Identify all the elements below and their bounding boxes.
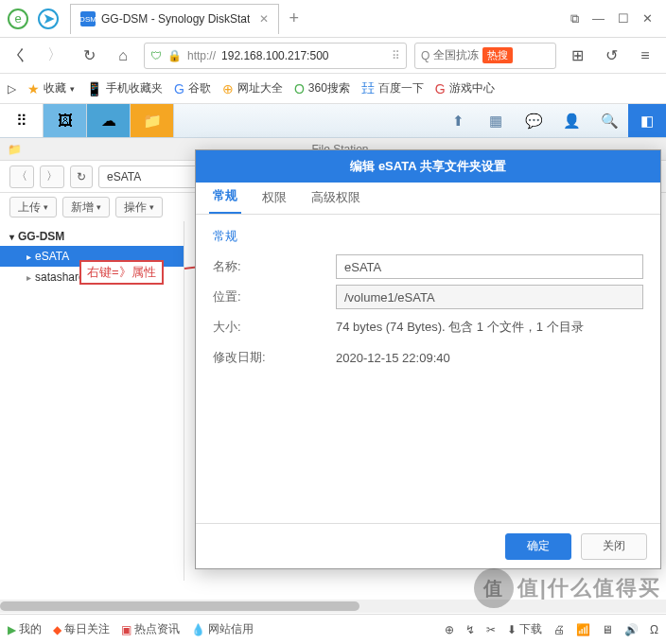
search-box[interactable]: Q 全国抗冻 热搜 (414, 43, 556, 69)
status-icon4[interactable]: 🖨 (553, 623, 565, 636)
nav-refresh-button[interactable]: ↻ (70, 165, 93, 188)
nav-forward-button[interactable]: 〉 (40, 165, 64, 188)
section-header: 常规 (213, 228, 643, 245)
status-news[interactable]: ▣热点资讯 (121, 621, 180, 637)
dsm-search-icon[interactable]: 🔍 (590, 104, 628, 137)
dialog-buttons: 确定 关闭 (196, 523, 660, 568)
search-icon: Q (421, 49, 429, 62)
tab-general[interactable]: 常规 (209, 180, 241, 214)
tab-close-icon[interactable]: ✕ (259, 12, 269, 26)
compass-icon[interactable]: ➤ (38, 9, 59, 29)
bookmark-360[interactable]: O360搜索 (294, 80, 350, 96)
window-restore-icon[interactable]: ⧉ (570, 11, 579, 26)
status-icon3[interactable]: ✂ (486, 623, 496, 636)
home-button[interactable]: ⌂ (110, 43, 136, 69)
dsm-cloud-icon[interactable]: ☁ (87, 104, 131, 137)
size-value: 74 bytes (74 Bytes). 包含 1 个文件，1 个目录 (336, 319, 643, 336)
dialog-tabs: 常规 权限 高级权限 (196, 183, 660, 215)
browser-tab[interactable]: DSM GG-DSM - Synology DiskStat ✕ (70, 4, 279, 34)
reload-button[interactable]: ↻ (76, 43, 102, 69)
url-text: 192.168.100.217:500 (221, 49, 328, 62)
menu-icon[interactable]: ≡ (632, 43, 658, 69)
dsm-filestation-icon[interactable]: 📁 (131, 104, 174, 137)
dsm-pin-icon[interactable]: ◧ (628, 104, 666, 137)
dsm-widget-icon[interactable]: ▦ (477, 104, 515, 137)
create-button[interactable]: 新增▾ (62, 197, 110, 218)
bookmark-favorites[interactable]: ★收藏▾ (27, 80, 75, 96)
name-input[interactable]: eSATA (336, 254, 643, 279)
window-maximize-icon[interactable]: ☐ (618, 11, 629, 26)
location-input[interactable]: /volume1/eSATA (336, 285, 643, 309)
folder-icon: 📁 (8, 143, 22, 156)
new-tab-button[interactable]: + (289, 9, 299, 28)
status-daily[interactable]: ◆每日关注 (53, 621, 110, 637)
forward-button[interactable]: 〉 (42, 43, 68, 69)
tab-advanced-permission[interactable]: 高级权限 (307, 182, 364, 214)
bookmark-google[interactable]: G谷歌 (174, 80, 211, 96)
window-close-icon[interactable]: ✕ (642, 11, 653, 26)
dsm-upload-icon[interactable]: ⬆ (439, 104, 477, 137)
tree-root[interactable]: ▾GG-DSM (0, 227, 184, 246)
status-zoom[interactable]: Ω (650, 623, 658, 636)
status-icon2[interactable]: ↯ (465, 623, 475, 636)
tab-favicon: DSM (80, 11, 96, 26)
lock-icon: 🔒 (167, 49, 182, 62)
url-input[interactable]: 🛡 🔒 http://192.168.100.217:500 ⠿ (144, 43, 407, 69)
ok-button[interactable]: 确定 (505, 533, 571, 560)
bookmark-mobile[interactable]: 📱手机收藏夹 (86, 80, 163, 96)
url-prefix: http:// (187, 49, 216, 62)
shield-icon: 🛡 (150, 49, 162, 62)
status-icon5[interactable]: 📶 (576, 623, 590, 636)
browser-logo-icon[interactable]: e (8, 9, 28, 29)
dsm-user-icon[interactable]: 👤 (552, 104, 590, 137)
close-button[interactable]: 关闭 (581, 533, 647, 560)
dsm-apps-icon[interactable]: ⠿ (0, 104, 44, 137)
dialog-body: 常规 名称: eSATA 位置: /volume1/eSATA 大小: 74 b… (196, 215, 660, 523)
upload-button[interactable]: 上传▾ (9, 197, 57, 218)
browser-titlebar: e ➤ DSM GG-DSM - Synology DiskStat ✕ + ⧉… (0, 0, 666, 38)
dsm-photo-icon[interactable]: 🖼 (44, 104, 87, 137)
browser-statusbar: ▶我的 ◆每日关注 ▣热点资讯 💧网站信用 ⊕ ↯ ✂ ⬇下载 🖨 📶 🖥 🔊 … (0, 614, 666, 644)
status-download[interactable]: ⬇下载 (507, 621, 542, 637)
properties-dialog: 编辑 eSATA 共享文件夹设置 常规 权限 高级权限 常规 名称: eSATA… (195, 149, 661, 569)
status-icon7[interactable]: 🔊 (624, 623, 639, 636)
bookmark-games[interactable]: G游戏中心 (435, 80, 495, 96)
bookmarks-bar: ▷ ★收藏▾ 📱手机收藏夹 G谷歌 ⊕网址大全 O360搜索 㠭百度一下 G游戏… (0, 74, 666, 104)
status-icon6[interactable]: 🖥 (602, 623, 613, 636)
size-label: 大小: (213, 319, 336, 336)
modified-value: 2020-12-15 22:09:40 (336, 351, 643, 365)
extensions-icon[interactable]: ⊞ (564, 43, 590, 69)
modified-label: 修改日期: (213, 349, 336, 366)
bookmark-sites[interactable]: ⊕网址大全 (222, 80, 283, 96)
tab-permission[interactable]: 权限 (258, 182, 290, 214)
expand-icon[interactable]: ▷ (8, 82, 16, 96)
nav-back-button[interactable]: 〈 (9, 165, 34, 188)
address-bar: く 〉 ↻ ⌂ 🛡 🔒 http://192.168.100.217:500 ⠿… (0, 38, 666, 74)
dsm-taskbar: ⠿ 🖼 ☁ 📁 ⬆ ▦ 💬 👤 🔍 ◧ (0, 104, 666, 138)
bookmark-baidu[interactable]: 㠭百度一下 (361, 80, 424, 97)
status-credit[interactable]: 💧网站信用 (191, 621, 254, 637)
dialog-title: 编辑 eSATA 共享文件夹设置 (196, 150, 660, 183)
search-text: 全国抗冻 (433, 47, 479, 63)
tab-title: GG-DSM - Synology DiskStat (101, 12, 250, 26)
status-icon1[interactable]: ⊕ (445, 623, 454, 636)
status-my[interactable]: ▶我的 (8, 621, 42, 637)
qr-icon[interactable]: ⠿ (392, 49, 400, 62)
hot-badge: 热搜 (482, 47, 513, 63)
annotation-label: 右键=》属性 (79, 260, 164, 285)
location-label: 位置: (213, 288, 336, 305)
dsm-notify-icon[interactable]: 💬 (515, 104, 552, 137)
name-label: 名称: (213, 258, 336, 275)
operate-button[interactable]: 操作▾ (115, 197, 163, 218)
watermark: 值值|什么值得买 (474, 568, 661, 608)
history-icon[interactable]: ↺ (598, 43, 624, 69)
window-minimize-icon[interactable]: — (592, 11, 605, 26)
back-button[interactable]: く (8, 43, 34, 69)
